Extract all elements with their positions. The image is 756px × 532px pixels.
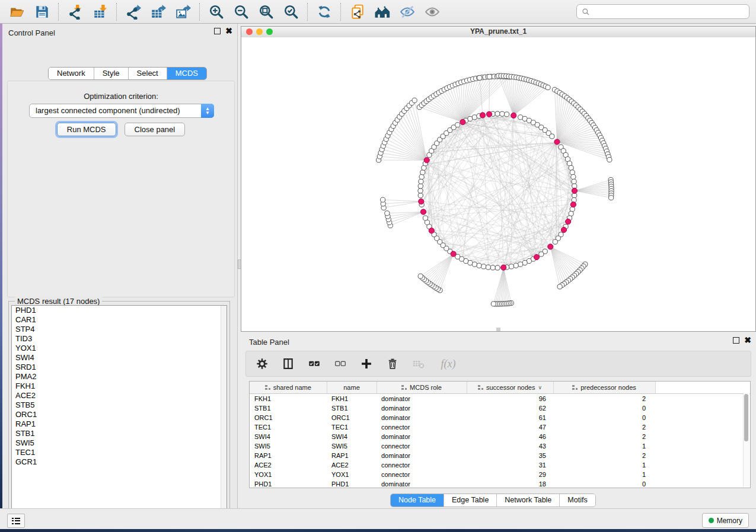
ring-node[interactable] xyxy=(518,262,523,267)
tab-network[interactable]: Network xyxy=(49,68,94,79)
ring-node[interactable] xyxy=(570,170,575,175)
export-table-button[interactable] xyxy=(147,2,170,22)
minimize-window-icon[interactable] xyxy=(256,28,263,35)
clone-network-button[interactable] xyxy=(346,2,369,22)
ring-node[interactable] xyxy=(550,134,554,139)
ring-node[interactable] xyxy=(553,239,557,244)
table-row[interactable]: SWI5SWI5connector431 xyxy=(250,441,750,451)
table-scrollbar[interactable] xyxy=(743,393,749,487)
leaf-node[interactable] xyxy=(477,75,482,80)
column-header-predecessor-nodes[interactable]: predecessor nodes xyxy=(553,382,655,394)
task-history-button[interactable] xyxy=(7,514,25,528)
mcds-hub-node[interactable] xyxy=(566,219,571,224)
ring-node[interactable] xyxy=(490,265,495,270)
ring-node[interactable] xyxy=(418,188,423,193)
table-scrollbar-thumb[interactable] xyxy=(744,394,748,441)
mcds-result-item[interactable]: STB5 xyxy=(12,400,227,410)
ring-node[interactable] xyxy=(472,115,477,120)
mcds-result-item[interactable]: ORC1 xyxy=(12,410,227,419)
close-panel-icon[interactable]: ✖ xyxy=(225,28,232,34)
mcds-hub-node[interactable] xyxy=(486,111,492,117)
close-window-icon[interactable] xyxy=(246,28,253,35)
mcds-result-item[interactable]: SRD1 xyxy=(12,363,227,372)
column-header-MCDS-role[interactable]: MCDS role xyxy=(377,382,467,394)
open-session-button[interactable] xyxy=(6,2,28,22)
mcds-hub-node[interactable] xyxy=(572,188,577,193)
ring-node[interactable] xyxy=(423,216,428,220)
mcds-list-scrollbar[interactable] xyxy=(221,306,227,517)
mcds-result-item[interactable]: FKH1 xyxy=(12,382,227,391)
network-canvas[interactable] xyxy=(241,37,755,331)
ring-node[interactable] xyxy=(572,179,576,184)
mcds-result-item[interactable]: RAP1 xyxy=(12,419,227,429)
ring-node[interactable] xyxy=(509,264,513,269)
tab-motifs[interactable]: Motifs xyxy=(560,494,595,507)
save-session-button[interactable] xyxy=(31,2,53,22)
hide-selected-button[interactable] xyxy=(396,2,419,22)
leaf-node[interactable] xyxy=(609,196,614,200)
ring-node[interactable] xyxy=(500,111,505,116)
mcds-hub-node[interactable] xyxy=(570,202,576,207)
ring-node[interactable] xyxy=(505,112,509,117)
leaf-node[interactable] xyxy=(412,98,417,102)
tab-node-table[interactable]: Node Table xyxy=(391,494,444,507)
leaf-node[interactable] xyxy=(380,197,385,202)
mcds-result-item[interactable]: CAR1 xyxy=(12,315,227,325)
mcds-result-item[interactable]: STP4 xyxy=(12,325,227,334)
mcds-result-item[interactable]: TID3 xyxy=(12,334,227,344)
zoom-out-button[interactable] xyxy=(230,2,253,22)
mcds-hub-node[interactable] xyxy=(501,265,506,270)
mcds-hub-node[interactable] xyxy=(534,254,539,259)
horizontal-splitter-handle[interactable] xyxy=(496,328,500,331)
mcds-result-item[interactable]: ACE2 xyxy=(12,391,227,400)
mcds-hub-node[interactable] xyxy=(424,158,429,163)
ring-node[interactable] xyxy=(419,179,423,184)
memory-button[interactable]: Memory xyxy=(702,513,749,528)
leaf-node[interactable] xyxy=(418,274,423,278)
mcds-hub-node[interactable] xyxy=(548,244,553,249)
mcds-hub-node[interactable] xyxy=(419,198,424,204)
mcds-result-item[interactable]: GCR1 xyxy=(12,457,227,467)
ring-node[interactable] xyxy=(569,165,573,170)
table-row[interactable]: SWI4SWI4dominator462 xyxy=(250,432,750,441)
float-panel-icon[interactable] xyxy=(214,28,221,34)
show-all-nodes-button[interactable] xyxy=(371,2,394,22)
add-column-button[interactable] xyxy=(359,356,374,371)
optimization-criterion-select[interactable]: largest connected component (undirected)… xyxy=(29,104,214,118)
ring-node[interactable] xyxy=(419,174,424,179)
table-row[interactable]: ACE2ACE2connector311 xyxy=(250,460,750,470)
tab-mcds[interactable]: MCDS xyxy=(167,68,206,79)
ring-node[interactable] xyxy=(455,123,460,127)
mcds-result-item[interactable]: TEC1 xyxy=(12,448,227,457)
table-row[interactable]: ORC1ORC1dominator610 xyxy=(250,413,750,422)
close-panel-button[interactable]: Close panel xyxy=(125,123,186,136)
ring-node[interactable] xyxy=(495,111,500,116)
ring-node[interactable] xyxy=(570,207,575,211)
mcds-hub-node[interactable] xyxy=(511,113,516,118)
search-input[interactable] xyxy=(594,7,744,17)
leaf-node[interactable] xyxy=(491,302,496,306)
ring-node[interactable] xyxy=(539,252,544,257)
mcds-result-item[interactable]: SWI4 xyxy=(12,353,227,363)
mcds-hub-node[interactable] xyxy=(451,251,456,257)
column-panel-button[interactable] xyxy=(280,356,296,371)
leaf-node[interactable] xyxy=(607,158,612,162)
mcds-result-item[interactable]: SWI5 xyxy=(12,438,227,448)
mcds-hub-node[interactable] xyxy=(561,227,566,232)
ring-node[interactable] xyxy=(495,265,500,270)
tab-style[interactable]: Style xyxy=(94,68,129,79)
deselect-all-button[interactable] xyxy=(333,356,348,371)
import-table-button[interactable] xyxy=(89,2,111,22)
tab-select[interactable]: Select xyxy=(129,68,167,79)
ring-node[interactable] xyxy=(486,265,490,270)
mcds-result-item[interactable]: PMA2 xyxy=(12,372,227,382)
mcds-result-item[interactable]: STB1 xyxy=(12,429,227,438)
mcds-result-list[interactable]: PHD1CAR1STP4TID3YOX1SWI4SRD1PMA2FKH1ACE2… xyxy=(11,305,227,517)
zoom-selected-button[interactable] xyxy=(280,2,302,22)
export-image-button[interactable] xyxy=(172,2,194,22)
network-window-titlebar[interactable]: YPA_prune.txt_1 xyxy=(241,27,755,38)
tab-network-table[interactable]: Network Table xyxy=(497,494,560,507)
close-table-panel-icon[interactable]: ✖ xyxy=(744,337,751,344)
table-row[interactable]: FKH1FKH1dominator962 xyxy=(250,394,750,404)
leaf-node[interactable] xyxy=(546,85,550,90)
